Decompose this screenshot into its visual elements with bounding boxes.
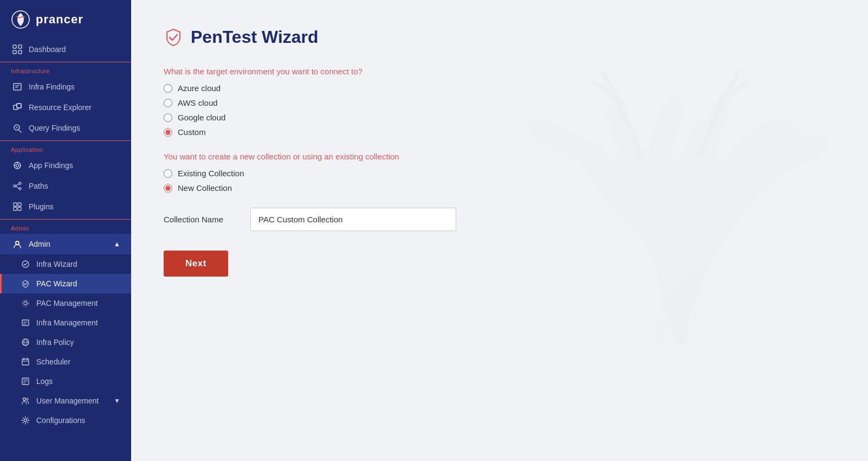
pac-management-icon bbox=[21, 299, 30, 308]
radio-new-input[interactable] bbox=[164, 184, 172, 193]
sidebar-item-infra-findings[interactable]: Infra Findings bbox=[0, 76, 131, 97]
sidebar-item-infra-management-label: Infra Management bbox=[36, 318, 120, 327]
svg-point-49 bbox=[24, 419, 27, 422]
sidebar-item-pac-wizard-label: PAC Wizard bbox=[36, 279, 120, 288]
sidebar-item-plugins[interactable]: Plugins bbox=[0, 196, 131, 217]
sidebar-item-query-findings[interactable]: Query Findings bbox=[0, 118, 131, 138]
svg-point-21 bbox=[19, 188, 21, 190]
sidebar-item-admin[interactable]: Admin ▲ bbox=[0, 234, 131, 254]
infra-management-icon bbox=[21, 318, 30, 327]
svg-line-22 bbox=[16, 184, 19, 187]
infra-wizard-icon bbox=[21, 260, 30, 268]
sidebar-item-dashboard-label: Dashboard bbox=[29, 45, 120, 54]
sidebar-item-pac-wizard[interactable]: PAC Wizard bbox=[0, 274, 131, 293]
sidebar-item-resource-explorer[interactable]: Resource Explorer bbox=[0, 97, 131, 118]
collection-radio-group: Existing Collection New Collection bbox=[164, 169, 835, 193]
svg-rect-9 bbox=[17, 104, 21, 108]
admin-chevron-icon: ▲ bbox=[114, 240, 120, 248]
prancer-logo-icon bbox=[11, 10, 30, 29]
collection-name-input[interactable] bbox=[250, 208, 456, 231]
svg-point-47 bbox=[23, 398, 26, 401]
radio-new[interactable]: New Collection bbox=[164, 183, 835, 193]
collection-name-label: Collection Name bbox=[164, 215, 239, 224]
sidebar-item-query-findings-label: Query Findings bbox=[29, 124, 120, 132]
radio-custom-input[interactable] bbox=[164, 128, 172, 137]
sidebar-item-infra-wizard[interactable]: Infra Wizard bbox=[0, 254, 131, 274]
logs-icon bbox=[21, 377, 30, 386]
svg-rect-2 bbox=[18, 45, 22, 48]
radio-google-label: Google cloud bbox=[178, 113, 225, 122]
sidebar-item-user-management[interactable]: User Management ▼ bbox=[0, 391, 131, 411]
radio-google-input[interactable] bbox=[164, 113, 172, 122]
next-button[interactable]: Next bbox=[164, 251, 228, 277]
sidebar-item-pac-management-label: PAC Management bbox=[36, 299, 120, 308]
sidebar-item-infra-management[interactable]: Infra Management bbox=[0, 313, 131, 332]
svg-point-30 bbox=[22, 261, 29, 267]
sidebar-item-app-findings[interactable]: App Findings bbox=[0, 155, 131, 176]
radio-new-label: New Collection bbox=[178, 183, 232, 193]
radio-aws-label: AWS cloud bbox=[178, 98, 218, 107]
logo-text: prancer bbox=[36, 12, 83, 27]
sidebar-item-dashboard[interactable]: Dashboard bbox=[0, 39, 131, 60]
sidebar-item-plugins-label: Plugins bbox=[29, 202, 120, 211]
infra-policy-icon bbox=[21, 338, 30, 347]
sidebar-item-scheduler-label: Scheduler bbox=[36, 357, 120, 366]
radio-google[interactable]: Google cloud bbox=[164, 113, 835, 122]
sidebar-item-scheduler[interactable]: Scheduler bbox=[0, 352, 131, 372]
sidebar-item-configurations-label: Configurations bbox=[36, 416, 120, 425]
svg-point-14 bbox=[16, 164, 19, 167]
svg-rect-3 bbox=[13, 50, 16, 54]
svg-point-48 bbox=[26, 398, 28, 400]
pac-wizard-icon bbox=[21, 279, 30, 288]
sidebar-item-paths-label: Paths bbox=[29, 182, 120, 190]
query-findings-icon bbox=[12, 123, 22, 133]
svg-rect-33 bbox=[22, 320, 29, 325]
svg-point-19 bbox=[14, 185, 16, 187]
radio-existing[interactable]: Existing Collection bbox=[164, 169, 835, 178]
scheduler-icon bbox=[21, 357, 30, 366]
page-title-section: PenTest Wizard bbox=[164, 27, 835, 47]
sidebar-item-logs[interactable]: Logs bbox=[0, 372, 131, 391]
sidebar-item-infra-policy[interactable]: Infra Policy bbox=[0, 332, 131, 352]
resource-explorer-icon bbox=[12, 103, 22, 112]
radio-azure-label: Azure cloud bbox=[178, 84, 221, 93]
svg-rect-1 bbox=[13, 45, 16, 48]
sidebar-item-pac-management[interactable]: PAC Management bbox=[0, 293, 131, 313]
infra-findings-icon bbox=[12, 82, 22, 92]
user-management-chevron-icon: ▼ bbox=[114, 397, 120, 405]
section-application: Application bbox=[0, 140, 131, 155]
svg-rect-25 bbox=[18, 203, 21, 206]
question1-label: What is the target environment you want … bbox=[164, 67, 835, 76]
svg-rect-4 bbox=[18, 50, 22, 54]
radio-existing-label: Existing Collection bbox=[178, 169, 244, 178]
radio-existing-input[interactable] bbox=[164, 169, 172, 178]
sidebar-item-configurations[interactable]: Configurations bbox=[0, 411, 131, 430]
svg-rect-39 bbox=[22, 359, 29, 365]
env-radio-group: Azure cloud AWS cloud Google cloud Custo… bbox=[164, 84, 835, 137]
section-infrastructure: Infrastructure bbox=[0, 62, 131, 76]
svg-rect-5 bbox=[14, 84, 21, 90]
sidebar-item-admin-label: Admin bbox=[29, 240, 107, 248]
svg-point-32 bbox=[22, 300, 29, 306]
configurations-icon bbox=[21, 416, 30, 425]
sidebar-item-infra-wizard-label: Infra Wizard bbox=[36, 260, 120, 268]
svg-point-12 bbox=[16, 126, 18, 129]
svg-rect-24 bbox=[14, 203, 17, 206]
svg-rect-26 bbox=[14, 207, 17, 210]
user-management-icon bbox=[21, 396, 30, 405]
logo: prancer bbox=[0, 0, 131, 39]
radio-azure[interactable]: Azure cloud bbox=[164, 84, 835, 93]
radio-azure-input[interactable] bbox=[164, 84, 172, 93]
radio-aws[interactable]: AWS cloud bbox=[164, 98, 835, 107]
sidebar-item-resource-explorer-label: Resource Explorer bbox=[29, 103, 120, 112]
sidebar: prancer Dashboard Infrastructure Infra F… bbox=[0, 0, 131, 461]
sidebar-item-app-findings-label: App Findings bbox=[29, 161, 120, 170]
page-content: PenTest Wizard What is the target enviro… bbox=[131, 0, 868, 304]
radio-custom[interactable]: Custom bbox=[164, 127, 835, 137]
radio-custom-label: Custom bbox=[178, 127, 206, 137]
svg-point-29 bbox=[16, 241, 19, 245]
radio-aws-input[interactable] bbox=[164, 99, 172, 107]
paths-icon bbox=[12, 181, 22, 191]
collection-name-row: Collection Name bbox=[164, 208, 835, 231]
sidebar-item-paths[interactable]: Paths bbox=[0, 176, 131, 196]
